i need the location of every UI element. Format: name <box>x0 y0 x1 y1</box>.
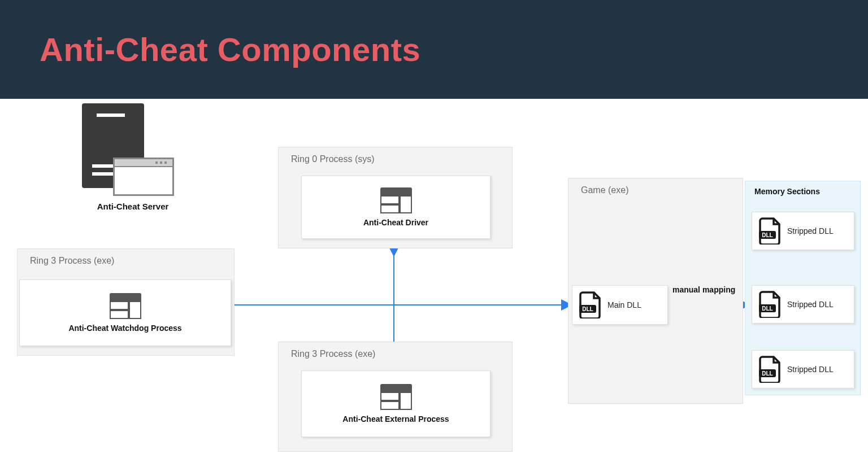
main-dll-label: Main DLL <box>607 300 641 309</box>
external-label: Anti-Cheat External Process <box>342 414 449 424</box>
ring3-bottom-title: Ring 3 Process (exe) <box>279 342 512 367</box>
manual-mapping-label: manual mapping <box>672 285 735 294</box>
external-node: Anti-Cheat External Process <box>301 370 491 437</box>
slide-header: Anti-Cheat Components <box>0 0 868 99</box>
svg-text:DLL: DLL <box>762 370 772 377</box>
stripped-dll-1-label: Stripped DLL <box>787 300 834 309</box>
app-window-icon <box>380 384 412 410</box>
stripped-dll-2-label: Stripped DLL <box>787 365 834 374</box>
ring0-node-label: Anti-Cheat Driver <box>363 218 428 227</box>
svg-rect-3 <box>380 187 412 195</box>
ring0-title: Ring 0 Process (sys) <box>279 147 512 172</box>
stripped-dll-2: DLL Stripped DLL <box>752 350 854 388</box>
app-window-icon <box>380 187 412 213</box>
svg-text:DLL: DLL <box>762 232 772 238</box>
dll-file-icon: DLL <box>578 291 602 318</box>
server-icon <box>82 103 184 194</box>
slide-title: Anti-Cheat Components <box>40 30 420 68</box>
svg-text:DLL: DLL <box>582 306 593 312</box>
main-dll-node: DLL Main DLL <box>572 285 668 325</box>
diagram-canvas: Anti-Cheat Server Ring 0 Process (sys) A… <box>0 99 868 454</box>
watchdog-node: Anti-Cheat Watchdog Process <box>19 280 231 346</box>
svg-rect-7 <box>110 293 141 301</box>
svg-text:DLL: DLL <box>762 305 772 312</box>
dll-file-icon: DLL <box>758 217 782 245</box>
dll-file-icon: DLL <box>758 291 782 318</box>
game-title: Game (exe) <box>568 178 743 203</box>
stripped-dll-1: DLL Stripped DLL <box>752 285 854 324</box>
dll-file-icon: DLL <box>758 356 782 383</box>
ring3-bottom-group: Ring 3 Process (exe) Anti-Cheat External… <box>278 342 513 452</box>
svg-rect-11 <box>380 384 412 392</box>
stripped-dll-0-label: Stripped DLL <box>787 226 834 235</box>
server-label: Anti-Cheat Server <box>76 202 189 211</box>
ring0-group: Ring 0 Process (sys) Anti-Cheat Driver <box>278 147 513 248</box>
memory-title: Memory Sections <box>745 181 860 198</box>
ring3-left-title: Ring 3 Process (exe) <box>18 249 234 274</box>
app-window-icon <box>110 293 141 319</box>
stripped-dll-0: DLL Stripped DLL <box>752 212 854 250</box>
watchdog-label: Anti-Cheat Watchdog Process <box>68 324 181 333</box>
ring0-node: Anti-Cheat Driver <box>301 176 491 239</box>
